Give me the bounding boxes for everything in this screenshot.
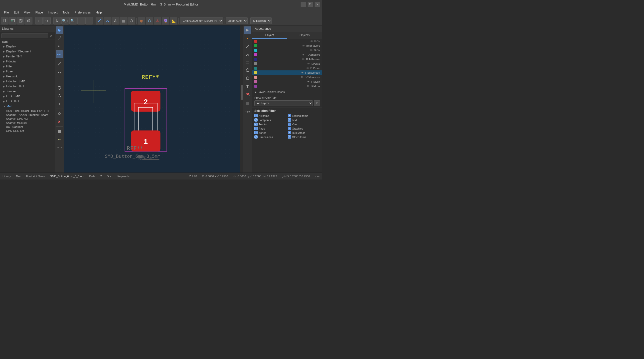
minimize-button[interactable]: — [300, 2, 306, 7]
layer-badhesive[interactable]: 👁 B.Adhesive [252, 57, 322, 62]
search-input[interactable] [2, 33, 48, 38]
layer-bcu-eye[interactable]: 👁 [310, 49, 313, 52]
select-tool[interactable] [56, 26, 63, 34]
filter-locked-items-cb[interactable]: ✓ [288, 114, 291, 117]
presets-dropdown[interactable]: ▼ [314, 100, 320, 106]
layer-fsilkscreen-eye[interactable]: 👁 [301, 71, 304, 74]
grid-select[interactable]: Grid: 0.2500 mm (0.0098 in) [180, 17, 223, 24]
layer-fpaste[interactable]: 👁 F.Paste [252, 62, 322, 66]
menu-file[interactable]: File [2, 10, 11, 15]
add-line[interactable] [56, 60, 63, 68]
layer-bcu[interactable]: 👁 B.Cu [252, 48, 322, 52]
add-polygon[interactable] [56, 92, 63, 100]
grid-settings[interactable] [56, 128, 63, 135]
tab-objects[interactable]: Objects [287, 32, 322, 39]
layer-badhesive-eye[interactable]: 👁 [302, 58, 305, 61]
zoom-in-button[interactable]: 🔍+ [62, 17, 69, 24]
refresh-button[interactable]: ↻ [54, 17, 61, 24]
add-rect[interactable] [56, 76, 63, 84]
fp-editor-button[interactable]: 📐 [170, 17, 177, 24]
layer-display-options[interactable]: ▶ Layer Display Options [252, 89, 322, 94]
layer-bpaste[interactable]: 👁 B.Paste [252, 66, 322, 70]
layer-fmask-eye[interactable]: 👁 [307, 80, 310, 83]
presets-select[interactable]: All Layers [254, 100, 313, 106]
menu-inspect[interactable]: Inspect [46, 10, 60, 15]
menu-help[interactable]: Help [94, 10, 104, 15]
print-button[interactable] [25, 17, 32, 24]
right-coord-tool[interactable]: +0.0 [244, 108, 251, 116]
lib-item-led-tht[interactable]: ▶LED_THT [0, 99, 55, 104]
scrollbar-thumb[interactable] [241, 85, 243, 100]
filter-dimensions-cb[interactable]: ✓ [254, 135, 258, 138]
filter-footprints-cb[interactable]: ✓ [254, 118, 258, 122]
layer-bsilkscreen-eye[interactable]: 👁 [301, 76, 304, 79]
filter-graphics[interactable]: ✓ Graphics [288, 127, 320, 130]
right-line-tool[interactable] [244, 42, 251, 50]
search-clear-button[interactable]: ✕ [49, 34, 53, 38]
library-button[interactable]: rect> [9, 17, 16, 24]
filter-vias-cb[interactable]: ✓ [288, 122, 291, 126]
pad-button[interactable]: ⬡ [128, 17, 135, 24]
right-delete-tool[interactable]: ✖✕ [244, 90, 251, 98]
filter-tracks-cb[interactable]: ✓ [254, 122, 258, 126]
canvas-area[interactable]: REF** 2 1 REF** SMD_Button_6mm_3_5mm REF… [64, 26, 240, 172]
close-button[interactable]: ✕ [314, 2, 320, 7]
lib-item-ferrite[interactable]: ▶Ferrite_THT [0, 54, 55, 59]
layer-bmask-eye[interactable]: 👁 [307, 85, 310, 88]
zoom-select[interactable]: Zoom Auto [226, 17, 248, 24]
tab-layers[interactable]: Layers [252, 32, 287, 39]
new-button[interactable] [1, 17, 8, 24]
maximize-button[interactable]: ☐ [308, 2, 313, 7]
zoom-fit-button[interactable]: ⊡ [78, 17, 85, 24]
right-grid-tool[interactable] [244, 100, 251, 108]
design-rules-button[interactable]: ⚠ [154, 17, 161, 24]
menu-preferences[interactable]: Preferences [73, 10, 93, 15]
window-controls[interactable]: — ☐ ✕ [300, 2, 320, 7]
lib-subitem-4[interactable]: DOTStar5mm [0, 125, 55, 129]
add-pad[interactable] [56, 110, 63, 117]
filter-footprints[interactable]: ✓ Footprints [254, 118, 287, 122]
filter-text-cb[interactable]: ✓ [288, 118, 291, 122]
lib-item-fuse[interactable]: ▶Fuse [0, 69, 55, 74]
lib-subitem-2[interactable]: Adafruit_GPS_V3 [0, 117, 55, 121]
lib-subitem-0[interactable]: 5x20_Fuse_Holder_Two_Part_THT [0, 109, 55, 113]
layer-select[interactable]: Silkscreen [250, 17, 272, 24]
right-arc-tool[interactable] [244, 50, 251, 58]
route-button[interactable] [96, 17, 103, 24]
board-stats-button[interactable]: ⬡ [146, 17, 153, 24]
menu-edit[interactable]: Edit [12, 10, 21, 15]
undo-button[interactable]: ↩ [35, 17, 43, 24]
layer-inner-eye[interactable]: 👁 [302, 44, 304, 47]
inch-unit[interactable]: in [56, 42, 63, 50]
filter-vias[interactable]: ✓ Vias [288, 122, 320, 126]
filter-text[interactable]: ✓ Text [288, 118, 320, 122]
save-button[interactable] [17, 17, 24, 24]
filter-zones-cb[interactable]: ✓ [254, 131, 258, 134]
lib-item-heatsink[interactable]: ▶Heatsink [0, 74, 55, 79]
net-inspector-button[interactable]: ◎ [138, 17, 145, 24]
filter-graphics-cb[interactable]: ✓ [288, 127, 291, 130]
lib-item-filter[interactable]: ▶Filter [0, 64, 55, 69]
menu-view[interactable]: View [22, 10, 32, 15]
vertical-scrollbar[interactable] [240, 26, 243, 172]
right-poly-tool[interactable] [244, 74, 251, 82]
layer-fadhesive[interactable]: 👁 F.Adhesive [252, 52, 322, 57]
lib-subitem-1[interactable]: Adadruit_INA260_Breakout_Board [0, 113, 55, 117]
filter-rule-areas-cb[interactable]: ✓ [288, 131, 291, 134]
layer-fmask[interactable]: 👁 F.Mask [252, 80, 322, 84]
zoom-out-button[interactable]: 🔍- [70, 17, 77, 24]
filter-all-items[interactable]: ✓ All items [254, 114, 287, 117]
filter-pads-cb[interactable]: ✓ [254, 127, 258, 130]
delete-tool[interactable]: ✖ [56, 118, 63, 125]
add-arc[interactable] [56, 68, 63, 76]
right-circle-pad[interactable]: ● [244, 34, 251, 42]
right-select-tool[interactable] [244, 26, 251, 34]
lib-item-fiducial[interactable]: ▶Fiducial [0, 59, 55, 64]
right-text-tool[interactable]: T [244, 82, 251, 90]
lib-item-inductor-tht[interactable]: ▶Inductor_THT [0, 84, 55, 89]
layer-fpaste-eye[interactable]: 👁 [307, 62, 310, 65]
zoom-actual-button[interactable]: ⊞ [85, 17, 93, 24]
mm-unit[interactable]: mm [56, 50, 63, 58]
filter-other-items[interactable]: ✓ Other items [288, 135, 320, 138]
filter-dimensions[interactable]: ✓ Dimensions [254, 135, 287, 138]
